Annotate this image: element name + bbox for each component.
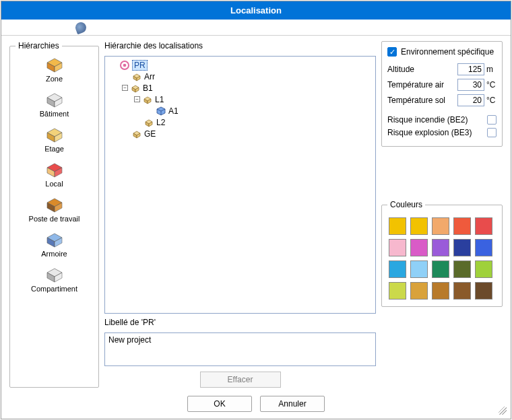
color-swatch[interactable] xyxy=(475,282,492,300)
tree-node-icon xyxy=(143,117,154,128)
local-icon xyxy=(43,160,66,178)
hierarchy-label: Compartiment xyxy=(31,285,77,293)
effacer-button[interactable]: Effacer xyxy=(200,372,281,388)
env-unit: m xyxy=(484,65,497,74)
hierarchy-zone[interactable]: Zone xyxy=(15,53,93,87)
tree-node[interactable]: −L1 xyxy=(108,94,373,105)
poste-icon xyxy=(43,195,66,213)
color-swatch[interactable] xyxy=(389,217,406,235)
hierarchy-poste[interactable]: Poste de travail xyxy=(15,193,93,227)
tree-node[interactable]: −B1 xyxy=(108,82,373,94)
tree-toggle-icon[interactable]: − xyxy=(122,85,128,91)
env-label: Température sol xyxy=(387,96,445,105)
hierarchy-batiment[interactable]: Bâtiment xyxy=(15,88,93,122)
color-swatch[interactable] xyxy=(410,217,428,235)
color-swatch[interactable] xyxy=(475,239,492,256)
color-swatch[interactable] xyxy=(432,217,449,235)
color-swatch[interactable] xyxy=(453,217,471,235)
hierarchy-local[interactable]: Local xyxy=(15,158,93,192)
color-swatch[interactable] xyxy=(453,239,471,256)
batiment-icon xyxy=(43,90,66,108)
color-swatch[interactable] xyxy=(389,239,406,256)
hierarchy-label: Armoire xyxy=(41,250,67,258)
tree-node[interactable]: Arr xyxy=(108,71,373,82)
color-swatch[interactable] xyxy=(389,282,406,300)
color-swatch[interactable] xyxy=(432,239,449,256)
color-swatch[interactable] xyxy=(453,260,471,278)
app-icon xyxy=(74,20,88,34)
color-swatch[interactable] xyxy=(389,260,406,278)
color-swatch[interactable] xyxy=(432,282,449,300)
env-unit: °C xyxy=(484,96,497,105)
tree-node-icon xyxy=(119,60,130,71)
tree-node[interactable]: A1 xyxy=(108,105,373,116)
hierarchy-compartiment[interactable]: Compartiment xyxy=(15,263,93,297)
tree-node[interactable]: GE xyxy=(108,128,373,139)
libelle-legend: Libellé de 'PR' xyxy=(104,318,376,327)
risk-label: Risque explosion (BE3) xyxy=(387,128,472,137)
colors-legend: Couleurs xyxy=(387,200,425,209)
tree-node-label: L2 xyxy=(156,118,165,127)
tree-node-icon xyxy=(131,71,142,82)
tree-node[interactable]: L2 xyxy=(108,116,373,128)
toolbar xyxy=(1,20,511,36)
localisation-tree[interactable]: PRArr−B1−L1A1L2GE xyxy=(104,56,376,314)
risk-checkbox-1[interactable] xyxy=(487,128,497,137)
tree-node-icon xyxy=(156,106,166,116)
color-swatch[interactable] xyxy=(410,260,428,278)
color-swatch[interactable] xyxy=(410,282,428,300)
tree-toggle-icon[interactable]: − xyxy=(134,96,140,102)
ok-button[interactable]: OK xyxy=(187,396,252,412)
hierarchy-label: Bâtiment xyxy=(40,110,69,118)
color-swatch[interactable] xyxy=(475,260,492,278)
environment-group: ✓ Environnement spécifique Altitude m Te… xyxy=(381,41,503,147)
hierarchies-palette: Hiérarchies Zone Bâtiment Etage Local Po… xyxy=(9,41,99,388)
tree-node-label: GE xyxy=(144,129,156,139)
color-swatch[interactable] xyxy=(475,217,492,235)
armoire-icon xyxy=(43,230,66,248)
hierarchy-etage[interactable]: Etage xyxy=(15,123,93,157)
env-label: Altitude xyxy=(387,65,414,74)
env-input-1[interactable] xyxy=(457,79,484,91)
zone-icon xyxy=(43,55,66,73)
hierarchy-armoire[interactable]: Armoire xyxy=(15,228,93,262)
hierarchy-label: Poste de travail xyxy=(29,215,80,223)
environment-checkbox[interactable]: ✓ xyxy=(387,47,397,57)
colors-group: Couleurs xyxy=(381,200,503,307)
risk-checkbox-0[interactable] xyxy=(487,115,497,125)
hierarchy-label: Etage xyxy=(44,145,64,153)
color-swatch[interactable] xyxy=(410,239,428,256)
tree-node-label: Arr xyxy=(144,72,155,81)
tree-node-icon xyxy=(131,129,142,139)
env-label: Température air xyxy=(387,80,444,90)
color-swatch[interactable] xyxy=(453,282,471,300)
hierarchies-legend: Hiérarchies xyxy=(15,41,62,50)
env-input-0[interactable] xyxy=(457,63,484,75)
libelle-input[interactable]: New project xyxy=(104,332,376,366)
tree-node-label: L1 xyxy=(155,95,164,104)
env-unit: °C xyxy=(484,80,497,90)
tree-node-icon xyxy=(130,83,141,94)
tree-node-label: A1 xyxy=(168,106,179,116)
env-input-2[interactable] xyxy=(457,94,484,106)
window-title: Localisation xyxy=(1,1,511,20)
environment-legend: Environnement spécifique xyxy=(401,47,494,57)
tree-node[interactable]: PR xyxy=(108,59,373,71)
tree-node-icon xyxy=(142,94,153,105)
tree-node-label: PR xyxy=(132,60,148,71)
hierarchy-label: Local xyxy=(45,180,63,188)
compartiment-icon xyxy=(43,265,66,283)
color-swatch[interactable] xyxy=(432,260,449,278)
etage-icon xyxy=(43,125,66,143)
cancel-button[interactable]: Annuler xyxy=(260,396,325,412)
risk-label: Risque incendie (BE2) xyxy=(387,115,468,125)
tree-legend: Hiérarchie des localisations xyxy=(104,41,376,50)
tree-node-label: B1 xyxy=(143,83,153,93)
svg-point-22 xyxy=(123,63,127,67)
resize-grip[interactable] xyxy=(499,407,507,415)
hierarchy-label: Zone xyxy=(46,75,63,83)
